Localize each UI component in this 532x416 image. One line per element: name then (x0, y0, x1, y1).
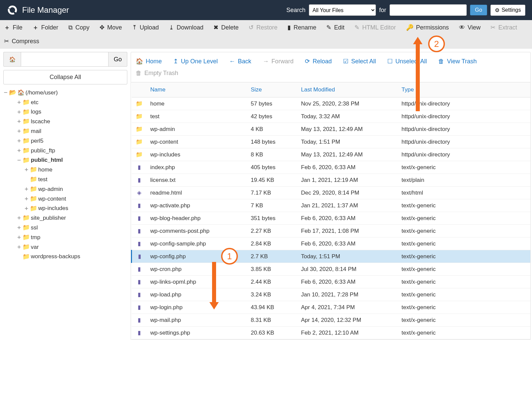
tree-toggle[interactable]: + (17, 136, 21, 146)
table-row[interactable]: 📁 wp-admin 4 KB May 13, 2021, 12:49 AM h… (132, 123, 531, 136)
tree-node-test[interactable]: 📁test (3, 175, 127, 184)
cell-name: wp-comments-post.php (147, 225, 248, 237)
up-level-action[interactable]: ↥Up One Level (173, 58, 218, 65)
file-icon: ▮ (138, 164, 141, 170)
trash-icon: 🗑 (438, 58, 444, 65)
view-trash-action[interactable]: 🗑View Trash (438, 58, 477, 65)
tree-toggle[interactable]: + (17, 107, 21, 117)
tree-node-mail[interactable]: +📁mail (3, 126, 127, 136)
upload-button[interactable]: ⤒Upload (132, 23, 159, 31)
cell-size: 57 bytes (248, 97, 298, 110)
col-size[interactable]: Size (248, 82, 298, 97)
table-row[interactable]: 📁 home 57 bytes Nov 25, 2020, 2:38 PM ht… (132, 97, 531, 110)
tree-toggle[interactable]: + (17, 97, 21, 107)
download-button[interactable]: ⤓Download (169, 23, 203, 31)
tree-toggle[interactable]: + (17, 213, 21, 223)
tree-node-var[interactable]: +📁var (3, 242, 127, 252)
tree-node-site_publisher[interactable]: +📁site_publisher (3, 213, 127, 223)
tree-node-home[interactable]: +📁home (3, 165, 127, 175)
select-all-action[interactable]: ☑Select All (343, 58, 376, 65)
col-icon[interactable] (132, 82, 147, 97)
table-row[interactable]: ▮ license.txt 19.45 KB Jan 1, 2021, 12:1… (132, 174, 531, 187)
restore-button[interactable]: ↺Restore (249, 23, 277, 31)
table-row[interactable]: ▮ wp-config-sample.php 2.84 KB Feb 6, 20… (132, 237, 531, 250)
tree-node-public_html[interactable]: −📁public_html (3, 155, 127, 165)
search-scope-select[interactable]: All Your Files (309, 4, 376, 16)
tree-root[interactable]: − 📂 🏠 (/home/user) (3, 88, 127, 97)
table-row[interactable]: ▮ wp-cron.php 3.85 KB Jul 30, 2020, 8:14… (132, 263, 531, 276)
html-editor-button[interactable]: ✎HTML Editor (354, 23, 396, 31)
path-go-button[interactable]: Go (109, 52, 127, 67)
table-row[interactable]: ▮ wp-config.php 2.7 KB Today, 1:51 PM te… (132, 250, 531, 263)
tree-node-wp-content[interactable]: +📁wp-content (3, 194, 127, 204)
cell-name: index.php (147, 161, 248, 174)
empty-trash-action[interactable]: 🗑Empty Trash (136, 70, 178, 77)
table-row[interactable]: 📁 test 42 bytes Today, 3:32 AM httpd/uni… (132, 110, 531, 123)
settings-button[interactable]: ⚙ Settings (490, 5, 525, 16)
move-button[interactable]: ✥Move (99, 23, 122, 31)
upload-icon: ⤒ (132, 24, 137, 31)
tree-root-label: (/home/user) (25, 88, 58, 97)
delete-button[interactable]: ✖Delete (213, 23, 239, 31)
tree-toggle[interactable]: − (17, 155, 21, 165)
tree-node-perl5[interactable]: +📁perl5 (3, 136, 127, 146)
tree-node-lscache[interactable]: +📁lscache (3, 117, 127, 126)
path-input[interactable] (21, 52, 109, 67)
tree-node-ssl[interactable]: +📁ssl (3, 223, 127, 232)
tree-node-logs[interactable]: +📁logs (3, 107, 127, 117)
tree-toggle[interactable]: − (3, 88, 8, 97)
table-row[interactable]: 📁 wp-includes 8 KB May 13, 2021, 12:49 A… (132, 148, 531, 161)
tree-node-etc[interactable]: +📁etc (3, 97, 127, 107)
tree-toggle[interactable]: + (17, 117, 21, 126)
table-row[interactable]: ▮ wp-activate.php 7 KB Jan 21, 2021, 1:3… (132, 199, 531, 212)
rename-icon: ▮ (287, 24, 291, 31)
tree-toggle[interactable]: + (17, 146, 21, 155)
permissions-button[interactable]: 🔑Permissions (406, 23, 449, 31)
home-action[interactable]: 🏠Home (136, 58, 162, 65)
view-button[interactable]: 👁View (459, 23, 481, 31)
col-modified[interactable]: Last Modified (298, 82, 398, 97)
cell-size: 4 KB (248, 123, 298, 136)
tree-toggle[interactable]: + (17, 223, 21, 232)
compress-button[interactable]: ✂Compress (4, 38, 39, 45)
table-row[interactable]: ▮ wp-login.php 43.94 KB Apr 4, 2021, 7:3… (132, 301, 531, 314)
edit-button[interactable]: ✎Edit (326, 23, 344, 31)
tree-node-wp-admin[interactable]: +📁wp-admin (3, 184, 127, 194)
table-row[interactable]: ▮ index.php 405 bytes Feb 6, 2020, 6:33 … (132, 161, 531, 174)
tree-toggle[interactable]: + (17, 232, 21, 242)
tree-toggle[interactable]: + (24, 194, 29, 204)
tree-toggle[interactable]: + (17, 242, 21, 252)
tree-toggle[interactable]: + (17, 126, 21, 136)
tree-toggle[interactable]: + (24, 165, 29, 175)
reload-action[interactable]: ⟳Reload (305, 58, 332, 65)
table-row[interactable]: 📁 wp-content 148 bytes Today, 1:51 PM ht… (132, 136, 531, 148)
table-row[interactable]: ▮ wp-comments-post.php 2.27 KB Feb 17, 2… (132, 225, 531, 237)
collapse-all-button[interactable]: Collapse All (3, 70, 127, 84)
tree-toggle[interactable]: + (24, 204, 29, 213)
table-row[interactable]: ◈ readme.html 7.17 KB Dec 29, 2020, 8:14… (132, 187, 531, 199)
tree-node-wordpress-backups[interactable]: 📁wordpress-backups (3, 252, 127, 262)
back-action[interactable]: ←Back (229, 58, 251, 65)
tree-node-public_ftp[interactable]: +📁public_ftp (3, 146, 127, 155)
folder-icon: 📁 (22, 155, 30, 165)
table-row[interactable]: ▮ wp-links-opml.php 2.44 KB Feb 6, 2020,… (132, 276, 531, 288)
tree-node-wp-includes[interactable]: +📁wp-includes (3, 204, 127, 213)
col-name[interactable]: Name (147, 82, 248, 97)
cell-modified: Dec 29, 2020, 8:14 PM (298, 187, 398, 199)
table-row[interactable]: ▮ wp-blog-header.php 351 bytes Feb 6, 20… (132, 212, 531, 225)
file-icon: ▮ (138, 202, 141, 209)
new-folder-button[interactable]: ＋Folder (32, 23, 58, 31)
rename-button[interactable]: ▮Rename (287, 23, 316, 31)
new-file-button[interactable]: ＋File (4, 23, 22, 31)
extract-button[interactable]: ✂Extract (490, 23, 517, 31)
tree-toggle[interactable]: + (24, 184, 29, 194)
search-go-button[interactable]: Go (470, 5, 487, 15)
table-row[interactable]: ▮ wp-mail.php 8.31 KB Apr 14, 2020, 12:3… (132, 314, 531, 327)
tree-node-tmp[interactable]: +📁tmp (3, 232, 127, 242)
copy-button[interactable]: ⧉Copy (68, 23, 89, 31)
table-row[interactable]: ▮ wp-settings.php 20.63 KB Feb 2, 2021, … (132, 327, 531, 339)
path-home-button[interactable]: 🏠 (3, 52, 21, 67)
forward-action[interactable]: →Forward (263, 58, 293, 65)
search-input[interactable] (390, 4, 467, 16)
table-row[interactable]: ▮ wp-load.php 3.24 KB Jan 10, 2021, 7:28… (132, 288, 531, 301)
